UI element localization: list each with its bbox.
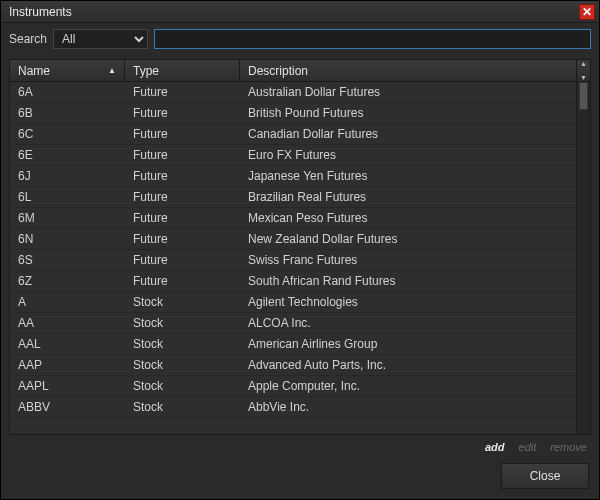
cell-description: Euro FX Futures — [240, 148, 576, 162]
footer: Close — [1, 457, 599, 499]
cell-name: 6J — [10, 169, 125, 183]
table-row[interactable]: AALStockAmerican Airlines Group — [10, 334, 576, 355]
cell-name: 6B — [10, 106, 125, 120]
row-actions: add edit remove — [1, 435, 599, 457]
table-row[interactable]: 6AFutureAustralian Dollar Futures — [10, 82, 576, 103]
search-input[interactable] — [154, 29, 591, 49]
cell-name: 6Z — [10, 274, 125, 288]
cell-description: Apple Computer, Inc. — [240, 379, 576, 393]
vertical-scrollbar[interactable] — [576, 82, 590, 434]
cell-description: AbbVie Inc. — [240, 400, 576, 414]
edit-link: edit — [519, 441, 537, 453]
cell-name: AAL — [10, 337, 125, 351]
cell-name: 6L — [10, 190, 125, 204]
cell-description: American Airlines Group — [240, 337, 576, 351]
cell-description: Agilent Technologies — [240, 295, 576, 309]
cell-type: Future — [125, 127, 240, 141]
table-row[interactable]: 6MFutureMexican Peso Futures — [10, 208, 576, 229]
column-header-description[interactable]: Description — [240, 60, 576, 81]
column-header-name[interactable]: Name ▲ — [10, 60, 125, 81]
close-icon[interactable]: ✕ — [579, 4, 595, 20]
cell-description: Japanese Yen Futures — [240, 169, 576, 183]
cell-name: AAPL — [10, 379, 125, 393]
cell-type: Stock — [125, 379, 240, 393]
cell-type: Future — [125, 211, 240, 225]
cell-type: Stock — [125, 316, 240, 330]
table-row[interactable]: 6BFutureBritish Pound Futures — [10, 103, 576, 124]
cell-name: AAP — [10, 358, 125, 372]
cell-name: A — [10, 295, 125, 309]
cell-description: South African Rand Futures — [240, 274, 576, 288]
table-row[interactable]: ABBVStockAbbVie Inc. — [10, 397, 576, 418]
chevron-down-icon: ▼ — [580, 74, 587, 81]
cell-name: 6C — [10, 127, 125, 141]
column-header-type[interactable]: Type — [125, 60, 240, 81]
titlebar: Instruments ✕ — [1, 1, 599, 23]
cell-type: Future — [125, 232, 240, 246]
table-row[interactable]: AAPLStockApple Computer, Inc. — [10, 376, 576, 397]
chevron-up-icon: ▲ — [580, 60, 587, 67]
sort-asc-icon: ▲ — [108, 66, 116, 75]
cell-type: Future — [125, 190, 240, 204]
cell-description: Swiss Franc Futures — [240, 253, 576, 267]
cell-name: 6N — [10, 232, 125, 246]
table-row[interactable]: 6ZFutureSouth African Rand Futures — [10, 271, 576, 292]
table-row[interactable]: AStockAgilent Technologies — [10, 292, 576, 313]
cell-name: 6A — [10, 85, 125, 99]
table-row[interactable]: 6LFutureBrazilian Real Futures — [10, 187, 576, 208]
table-row[interactable]: 6NFutureNew Zealand Dollar Futures — [10, 229, 576, 250]
table-row[interactable]: AAPStockAdvanced Auto Parts, Inc. — [10, 355, 576, 376]
table-row[interactable]: AAStockALCOA Inc. — [10, 313, 576, 334]
scroll-buttons[interactable]: ▲ ▼ — [576, 60, 590, 81]
cell-type: Future — [125, 85, 240, 99]
cell-type: Future — [125, 169, 240, 183]
cell-name: ABBV — [10, 400, 125, 414]
cell-description: Brazilian Real Futures — [240, 190, 576, 204]
table-row[interactable]: 6SFutureSwiss Franc Futures — [10, 250, 576, 271]
column-header-description-label: Description — [248, 64, 308, 78]
cell-description: ALCOA Inc. — [240, 316, 576, 330]
instruments-table: Name ▲ Type Description ▲ ▼ 6AFutureAust… — [9, 59, 591, 435]
cell-description: New Zealand Dollar Futures — [240, 232, 576, 246]
cell-description: Mexican Peso Futures — [240, 211, 576, 225]
table-row[interactable]: 6JFutureJapanese Yen Futures — [10, 166, 576, 187]
cell-type: Stock — [125, 400, 240, 414]
cell-type: Future — [125, 106, 240, 120]
column-header-type-label: Type — [133, 64, 159, 78]
cell-type: Future — [125, 253, 240, 267]
cell-description: British Pound Futures — [240, 106, 576, 120]
search-label: Search — [9, 32, 47, 46]
instruments-window: Instruments ✕ Search All Name ▲ Type Des… — [0, 0, 600, 500]
search-row: Search All — [1, 23, 599, 55]
cell-type: Stock — [125, 337, 240, 351]
cell-type: Future — [125, 274, 240, 288]
cell-type: Stock — [125, 295, 240, 309]
cell-name: AA — [10, 316, 125, 330]
table-header: Name ▲ Type Description ▲ ▼ — [10, 60, 590, 82]
close-button[interactable]: Close — [501, 463, 589, 489]
cell-name: 6M — [10, 211, 125, 225]
search-filter-dropdown[interactable]: All — [53, 29, 148, 49]
add-link[interactable]: add — [485, 441, 505, 453]
cell-name: 6S — [10, 253, 125, 267]
table-row[interactable]: 6CFutureCanadian Dollar Futures — [10, 124, 576, 145]
cell-name: 6E — [10, 148, 125, 162]
cell-type: Stock — [125, 358, 240, 372]
cell-type: Future — [125, 148, 240, 162]
cell-description: Canadian Dollar Futures — [240, 127, 576, 141]
cell-description: Advanced Auto Parts, Inc. — [240, 358, 576, 372]
table-row[interactable]: 6EFutureEuro FX Futures — [10, 145, 576, 166]
cell-description: Australian Dollar Futures — [240, 85, 576, 99]
scrollbar-thumb[interactable] — [579, 82, 588, 110]
column-header-name-label: Name — [18, 64, 50, 78]
window-title: Instruments — [9, 5, 579, 19]
remove-link: remove — [550, 441, 587, 453]
table-body: 6AFutureAustralian Dollar Futures6BFutur… — [10, 82, 590, 434]
